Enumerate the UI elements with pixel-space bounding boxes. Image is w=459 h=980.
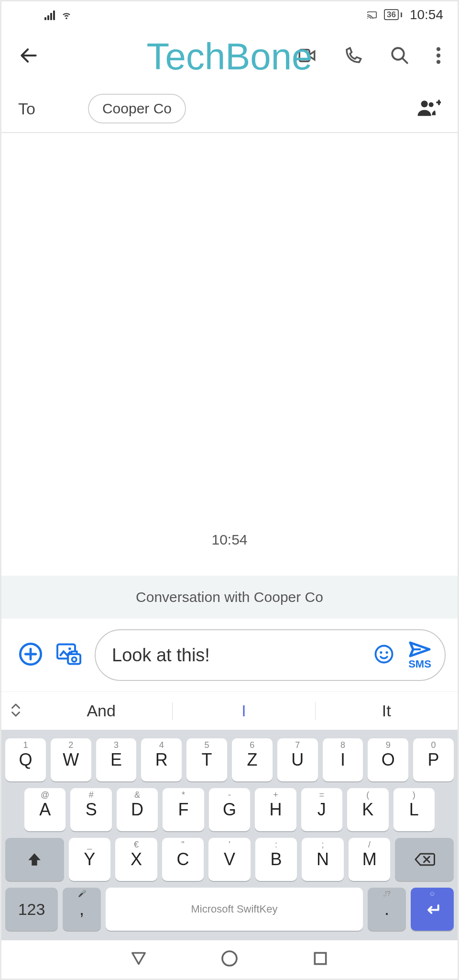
key-h[interactable]: +H bbox=[255, 788, 296, 831]
add-recipient-button[interactable] bbox=[417, 99, 441, 119]
message-timestamp: 10:54 bbox=[1, 532, 458, 548]
key-o[interactable]: 9O bbox=[368, 738, 408, 781]
compose-text: Look at this! bbox=[112, 645, 374, 666]
key-m[interactable]: /M bbox=[349, 838, 391, 881]
nav-recents-button[interactable] bbox=[311, 949, 330, 970]
kb-row-4: 123 🎤 , Microsoft SwiftKey ,!? . ☺ bbox=[5, 888, 454, 931]
key-g[interactable]: -G bbox=[209, 788, 250, 831]
svg-point-1 bbox=[437, 47, 440, 51]
suggestion-right[interactable]: It bbox=[316, 702, 458, 720]
svg-point-8 bbox=[68, 647, 71, 650]
send-button[interactable]: SMS bbox=[407, 641, 432, 669]
key-u[interactable]: 7U bbox=[277, 738, 318, 781]
key-c[interactable]: "C bbox=[162, 838, 204, 881]
key-v[interactable]: 'V bbox=[208, 838, 251, 881]
svg-rect-16 bbox=[315, 953, 326, 964]
space-key[interactable]: Microsoft SwiftKey bbox=[106, 888, 363, 931]
key-p[interactable]: 0P bbox=[413, 738, 454, 781]
svg-point-13 bbox=[380, 651, 382, 654]
svg-point-3 bbox=[437, 60, 440, 64]
key-f[interactable]: *F bbox=[163, 788, 204, 831]
watermark-text: TechBone bbox=[147, 35, 313, 78]
wifi-icon bbox=[60, 10, 73, 20]
status-time: 10:54 bbox=[410, 7, 443, 22]
svg-point-12 bbox=[376, 646, 393, 663]
key-t[interactable]: 5T bbox=[186, 738, 227, 781]
comma-key[interactable]: 🎤 , bbox=[63, 888, 101, 931]
key-s[interactable]: #S bbox=[70, 788, 111, 831]
cast-icon bbox=[366, 10, 378, 20]
voice-call-button[interactable] bbox=[343, 45, 363, 67]
video-call-button[interactable] bbox=[297, 45, 317, 67]
svg-point-14 bbox=[386, 651, 388, 654]
key-x[interactable]: €X bbox=[115, 838, 157, 881]
keyboard: 1Q2W3E4R5T6Z7U8I9O0P @A#S&D*F-G+H=J(K)L … bbox=[1, 730, 458, 940]
kb-row-2: @A#S&D*F-G+H=J(K)L bbox=[5, 788, 454, 831]
recipient-row: To Cooper Co bbox=[1, 85, 458, 133]
shift-key[interactable] bbox=[5, 838, 64, 881]
key-e[interactable]: 3E bbox=[96, 738, 137, 781]
key-y[interactable]: _Y bbox=[69, 838, 111, 881]
conversation-banner: Conversation with Cooper Co bbox=[1, 576, 458, 619]
navigation-bar bbox=[1, 940, 458, 979]
key-j[interactable]: =J bbox=[301, 788, 342, 831]
signal-icon bbox=[44, 10, 55, 20]
emoji-button[interactable] bbox=[374, 644, 394, 666]
gallery-camera-button[interactable] bbox=[56, 642, 81, 668]
svg-point-2 bbox=[437, 54, 440, 57]
key-k[interactable]: (K bbox=[347, 788, 388, 831]
key-n[interactable]: ;N bbox=[302, 838, 344, 881]
add-attachment-button[interactable] bbox=[18, 642, 43, 668]
compose-row: Look at this! SMS bbox=[1, 619, 458, 691]
key-d[interactable]: &D bbox=[117, 788, 158, 831]
contact-chip[interactable]: Cooper Co bbox=[88, 94, 186, 123]
nav-home-button[interactable] bbox=[220, 949, 239, 970]
period-key[interactable]: ,!? . bbox=[368, 888, 406, 931]
search-button[interactable] bbox=[390, 45, 410, 67]
message-area: 10:54 Conversation with Cooper Co bbox=[1, 133, 458, 619]
svg-point-5 bbox=[429, 102, 434, 107]
back-button[interactable] bbox=[18, 45, 39, 68]
battery-icon: 36 bbox=[384, 9, 399, 20]
app-bar: TechBone bbox=[1, 28, 458, 85]
key-w[interactable]: 2W bbox=[51, 738, 91, 781]
kb-row-1: 1Q2W3E4R5T6Z7U8I9O0P bbox=[5, 738, 454, 781]
nav-back-button[interactable] bbox=[129, 949, 148, 970]
svg-point-4 bbox=[421, 100, 428, 107]
key-a[interactable]: @A bbox=[24, 788, 66, 831]
compose-input[interactable]: Look at this! SMS bbox=[95, 629, 446, 681]
to-label: To bbox=[18, 100, 35, 118]
suggestion-mid[interactable]: I bbox=[173, 702, 315, 720]
key-b[interactable]: :B bbox=[255, 838, 297, 881]
send-label: SMS bbox=[408, 659, 431, 669]
key-z[interactable]: 6Z bbox=[232, 738, 273, 781]
suggestion-strip: And I It bbox=[1, 691, 458, 730]
svg-point-15 bbox=[222, 951, 237, 966]
more-menu-button[interactable] bbox=[436, 45, 441, 67]
expand-suggestions-button[interactable] bbox=[1, 702, 30, 721]
status-bar: 36 10:54 bbox=[1, 1, 458, 28]
key-r[interactable]: 4R bbox=[141, 738, 182, 781]
backspace-key[interactable] bbox=[395, 838, 454, 881]
suggestion-left[interactable]: And bbox=[30, 702, 172, 720]
key-q[interactable]: 1Q bbox=[5, 738, 46, 781]
key-l[interactable]: )L bbox=[393, 788, 435, 831]
enter-key[interactable]: ☺ bbox=[411, 888, 454, 931]
kb-row-3: _Y€X"C'V:B;N/M bbox=[5, 838, 454, 881]
svg-rect-11 bbox=[72, 651, 77, 654]
numeric-key[interactable]: 123 bbox=[5, 888, 58, 931]
key-i[interactable]: 8I bbox=[323, 738, 363, 781]
